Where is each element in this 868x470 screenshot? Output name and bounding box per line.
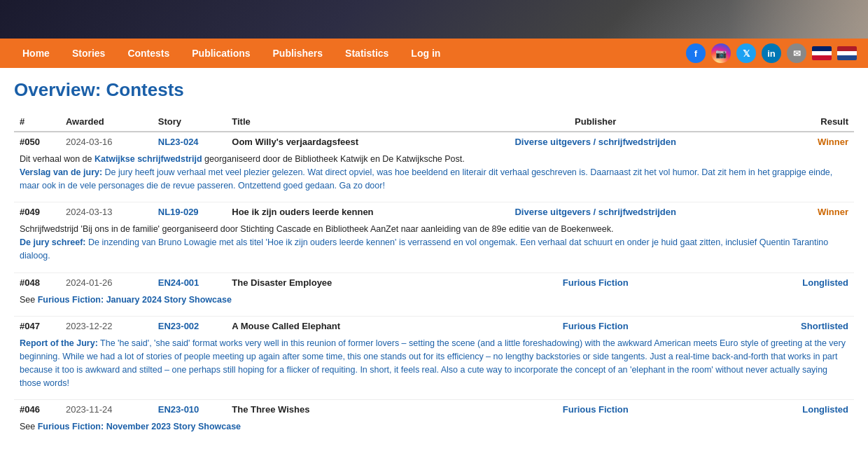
- linkedin-icon[interactable]: in: [762, 43, 781, 63]
- row-result: Longlisted: [762, 272, 854, 292]
- row-date: 2024-03-13: [60, 202, 153, 222]
- row-num: #050: [14, 132, 60, 151]
- row-num: #049: [14, 202, 60, 222]
- nav-contests[interactable]: Contests: [116, 39, 181, 68]
- instagram-icon[interactable]: 📷: [711, 43, 731, 63]
- nav-statistics[interactable]: Statistics: [334, 39, 400, 68]
- table-row: #046 2023-11-24 EN23-010 The Three Wishe…: [14, 400, 854, 420]
- col-story: Story: [153, 112, 226, 132]
- row-date: 2023-11-24: [60, 400, 153, 420]
- nav-publishers[interactable]: Publishers: [262, 39, 335, 68]
- row-num: #046: [14, 400, 60, 420]
- row-result: Winner: [762, 202, 854, 222]
- nav-home[interactable]: Home: [11, 39, 61, 68]
- row-detail-cell: Report of the Jury: The 'he said', 'she …: [14, 336, 854, 400]
- row-date: 2024-03-16: [60, 132, 153, 151]
- flag-uk-icon[interactable]: [812, 46, 832, 60]
- row-publisher[interactable]: Furious Fiction: [429, 400, 762, 420]
- nav-login[interactable]: Log in: [400, 39, 451, 68]
- row-story[interactable]: EN23-002: [153, 317, 226, 336]
- row-publisher[interactable]: Furious Fiction: [429, 272, 762, 292]
- col-publisher: Publisher: [429, 112, 762, 132]
- col-title: Title: [226, 112, 429, 132]
- table-row: #050 2024-03-16 NL23-024 Oom Willy's ver…: [14, 132, 854, 151]
- table-row-detail: Report of the Jury: The 'he said', 'she …: [14, 336, 854, 400]
- nav-publications[interactable]: Publications: [181, 39, 261, 68]
- row-publisher[interactable]: Diverse uitgevers / schrijfwedstrijden: [429, 202, 762, 222]
- row-title: The Three Wishes: [226, 400, 429, 420]
- nav-stories[interactable]: Stories: [61, 39, 116, 68]
- nav-icons: f 📷 𝕏 in ✉: [686, 43, 857, 63]
- row-detail-cell: See Furious Fiction: November 2023 Story…: [14, 419, 854, 443]
- row-story[interactable]: EN24-001: [153, 272, 226, 292]
- table-row-detail: Schrijfwedstrijd 'Bij ons in de familie'…: [14, 221, 854, 272]
- col-result: Result: [762, 112, 854, 132]
- row-story[interactable]: NL23-024: [153, 132, 226, 151]
- table-row-detail: See Furious Fiction: November 2023 Story…: [14, 419, 854, 443]
- row-num: #047: [14, 317, 60, 336]
- row-result: Shortlisted: [762, 317, 854, 336]
- row-story[interactable]: NL19-029: [153, 202, 226, 222]
- table-row-detail: Dit verhaal won de Katwijkse schrijfweds…: [14, 151, 854, 202]
- email-icon[interactable]: ✉: [787, 43, 806, 63]
- contests-table: # Awarded Story Title Publisher Result #…: [14, 112, 854, 443]
- table-row: #048 2024-01-26 EN24-001 The Disaster Em…: [14, 272, 854, 292]
- row-title: Hoe ik zijn ouders leerde kennen: [226, 202, 429, 222]
- row-num: #048: [14, 272, 60, 292]
- page-title: Overview: Contests: [14, 79, 854, 101]
- row-result: Longlisted: [762, 400, 854, 420]
- table-row: #049 2024-03-13 NL19-029 Hoe ik zijn oud…: [14, 202, 854, 222]
- row-result: Winner: [762, 132, 854, 151]
- table-header-row: # Awarded Story Title Publisher Result: [14, 112, 854, 132]
- col-num: #: [14, 112, 60, 132]
- navbar: Home Stories Contests Publications Publi…: [0, 39, 868, 68]
- row-date: 2023-12-22: [60, 317, 153, 336]
- main-content: Overview: Contests # Awarded Story Title…: [0, 68, 868, 455]
- flag-nl-icon[interactable]: [837, 46, 857, 60]
- row-detail-cell: See Furious Fiction: January 2024 Story …: [14, 292, 854, 317]
- nav-links: Home Stories Contests Publications Publi…: [11, 39, 686, 68]
- row-date: 2024-01-26: [60, 272, 153, 292]
- row-detail-cell: Dit verhaal won de Katwijkse schrijfweds…: [14, 151, 854, 202]
- row-title: Oom Willy's verjaardagsfeest: [226, 132, 429, 151]
- table-row-detail: See Furious Fiction: January 2024 Story …: [14, 292, 854, 317]
- row-publisher[interactable]: Diverse uitgevers / schrijfwedstrijden: [429, 132, 762, 151]
- twitter-icon[interactable]: 𝕏: [736, 43, 756, 63]
- facebook-icon[interactable]: f: [686, 43, 706, 63]
- row-title: The Disaster Employee: [226, 272, 429, 292]
- row-title: A Mouse Called Elephant: [226, 317, 429, 336]
- row-detail-cell: Schrijfwedstrijd 'Bij ons in de familie'…: [14, 221, 854, 272]
- row-story[interactable]: EN23-010: [153, 400, 226, 420]
- header-image: [0, 0, 868, 39]
- row-publisher[interactable]: Furious Fiction: [429, 317, 762, 336]
- col-awarded: Awarded: [60, 112, 153, 132]
- table-row: #047 2023-12-22 EN23-002 A Mouse Called …: [14, 317, 854, 336]
